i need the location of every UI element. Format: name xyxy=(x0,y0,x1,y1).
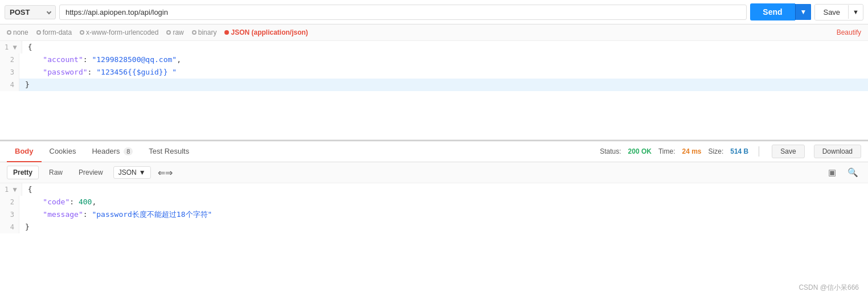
radio-urlencoded xyxy=(80,30,84,35)
size-value: 514 B xyxy=(730,147,748,155)
body-tab-binary-label: binary xyxy=(198,28,217,36)
url-input[interactable] xyxy=(59,5,747,20)
radio-json xyxy=(224,30,229,35)
body-tab-urlencoded-label: x-www-form-urlencoded xyxy=(86,28,158,36)
body-tab-binary[interactable]: binary xyxy=(192,27,217,38)
response-code-editor[interactable]: 1 ▼ { 2 "code": 400, 3 "message": "passw… xyxy=(0,183,868,252)
resp-tab-cookies-label: Cookies xyxy=(50,147,76,155)
copy-response-button[interactable]: ▣ xyxy=(825,166,839,179)
resp-format-bar: Pretty Raw Preview JSON ▼ ⇐⇒ ▣ 🔍 xyxy=(0,162,868,183)
wrap-icon[interactable]: ⇐⇒ xyxy=(158,167,173,178)
resp-type-chevron-icon: ▼ xyxy=(139,168,146,176)
resp-icons: ▣ 🔍 xyxy=(825,166,861,179)
resp-line-1: 1 ▼ { xyxy=(0,183,868,196)
req-line-2: 2 "account": "1299828500@qq.com", xyxy=(0,54,868,66)
resp-line-2: 2 "code": 400, xyxy=(0,196,868,208)
resp-line-4: 4 } xyxy=(0,221,868,233)
resp-tab-body-label: Body xyxy=(15,147,34,155)
time-value: 24 ms xyxy=(682,147,702,155)
body-type-tabs: none form-data x-www-form-urlencoded raw… xyxy=(0,24,868,41)
body-tab-none-label: none xyxy=(13,28,28,36)
resp-type-selector[interactable]: JSON ▼ xyxy=(113,166,151,179)
resp-tab-body[interactable]: Body xyxy=(7,141,42,162)
method-text: POST xyxy=(10,8,30,17)
size-label: Size: xyxy=(709,147,724,155)
format-tab-preview[interactable]: Preview xyxy=(73,166,109,179)
resp-line-3: 3 "message": "password长度不能超过18个字符" xyxy=(0,208,868,221)
download-button[interactable]: Download xyxy=(814,145,861,158)
send-dropdown-button[interactable]: ▼ xyxy=(795,4,812,20)
format-tab-pretty[interactable]: Pretty xyxy=(7,166,39,179)
status-label: Status: xyxy=(600,147,621,155)
radio-formdata xyxy=(36,30,41,35)
body-tab-raw-label: raw xyxy=(173,28,183,36)
radio-binary xyxy=(192,30,196,35)
method-selector[interactable]: POST xyxy=(5,5,56,19)
divider xyxy=(759,146,759,157)
format-tab-raw[interactable]: Raw xyxy=(43,166,68,179)
body-tab-urlencoded[interactable]: x-www-form-urlencoded xyxy=(80,27,158,38)
status-value: 200 OK xyxy=(628,147,652,155)
save-response-button[interactable]: Save xyxy=(772,145,804,158)
req-line-3: 3 "password": "123456{{$guid}} " xyxy=(0,66,868,79)
body-tab-raw[interactable]: raw xyxy=(166,27,183,38)
save-btn-group: Save ▼ xyxy=(814,4,863,20)
headers-badge: 8 xyxy=(124,147,133,155)
resp-tab-headers[interactable]: Headers 8 xyxy=(84,141,141,162)
radio-none xyxy=(7,30,11,35)
body-tab-formdata-label: form-data xyxy=(43,28,72,36)
resp-tab-headers-label: Headers xyxy=(92,147,120,155)
top-bar: POST Send ▼ Save ▼ xyxy=(0,0,868,24)
resp-status-bar: Status: 200 OK Time: 24 ms Size: 514 B S… xyxy=(600,145,861,158)
save-button[interactable]: Save xyxy=(815,5,848,20)
beautify-link[interactable]: Beautify xyxy=(837,28,861,36)
request-code-editor[interactable]: 1 ▼ { 2 "account": "1299828500@qq.com", … xyxy=(0,41,868,141)
chevron-down-icon xyxy=(47,10,51,14)
save-dropdown-button[interactable]: ▼ xyxy=(848,5,863,19)
watermark: CSDN @信小呆666 xyxy=(799,283,859,293)
body-tab-json[interactable]: JSON (application/json) xyxy=(224,27,308,38)
resp-tab-cookies[interactable]: Cookies xyxy=(42,141,84,162)
req-line-4: 4 } xyxy=(0,79,868,91)
send-button[interactable]: Send xyxy=(750,3,795,20)
search-response-button[interactable]: 🔍 xyxy=(845,166,861,179)
send-btn-group: Send ▼ xyxy=(750,3,811,20)
resp-tab-testresults[interactable]: Test Results xyxy=(141,141,197,162)
resp-type-label: JSON xyxy=(118,168,137,176)
time-label: Time: xyxy=(658,147,675,155)
radio-raw xyxy=(166,30,171,35)
body-tab-formdata[interactable]: form-data xyxy=(36,27,72,38)
req-line-1: 1 ▼ { xyxy=(0,41,868,54)
body-tab-none[interactable]: none xyxy=(7,27,28,38)
resp-tab-testresults-label: Test Results xyxy=(149,147,189,155)
response-tabs-bar: Body Cookies Headers 8 Test Results Stat… xyxy=(0,141,868,162)
body-tab-json-label: JSON (application/json) xyxy=(231,28,308,36)
